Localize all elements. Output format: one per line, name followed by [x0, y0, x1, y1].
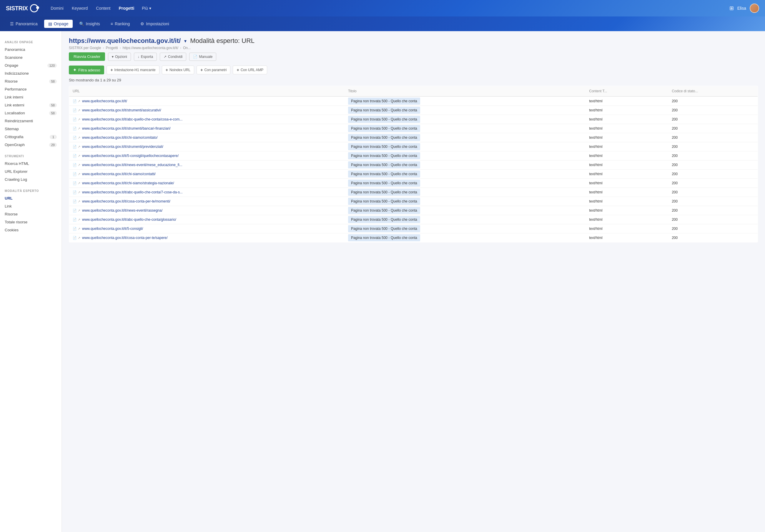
external-link-icon[interactable]: ↗ [78, 209, 80, 212]
share-button[interactable]: ↗ Condividi [160, 53, 186, 61]
filter-parametri[interactable]: + Con parametri [197, 66, 230, 74]
external-link-icon[interactable]: ↗ [78, 181, 80, 185]
col-header-title[interactable]: Titolo [345, 86, 585, 97]
document-icon[interactable]: 📄 [73, 190, 77, 194]
sidebar-item-performance[interactable]: Performance [0, 85, 62, 93]
external-link-icon[interactable]: ↗ [78, 127, 80, 131]
url-text[interactable]: www.quellocheconta.gov.it/it/abc-quello-… [82, 190, 183, 194]
external-link-icon[interactable]: ↗ [78, 136, 80, 139]
tab-onpage[interactable]: ▤ Onpage [44, 20, 73, 28]
sidebar-item-reindirizzamenti[interactable]: Reindirizzamenti [0, 117, 62, 125]
document-icon[interactable]: 📄 [73, 145, 77, 149]
sidebar-item-cookies[interactable]: Cookies [0, 226, 62, 234]
url-text[interactable]: www.quellocheconta.gov.it/it/5-consigli/… [82, 154, 179, 158]
export-button[interactable]: ↓ Esporta [134, 53, 157, 61]
document-icon[interactable]: 📄 [73, 218, 77, 222]
grid-icon[interactable]: ⊞ [729, 5, 734, 11]
url-text[interactable]: www.quellocheconta.gov.it/it/chi-siamo/c… [82, 135, 158, 139]
avatar[interactable] [750, 4, 759, 13]
breadcrumb-url[interactable]: https://www.quellocheconta.gov.it/it/ [123, 46, 178, 50]
url-text[interactable]: www.quellocheconta.gov.it/it/abc-quello-… [82, 117, 183, 122]
document-icon[interactable]: 📄 [73, 236, 77, 240]
sidebar-item-crittografia[interactable]: Crittografia1 [0, 133, 62, 141]
external-link-icon[interactable]: ↗ [78, 227, 80, 231]
col-header-status[interactable]: Codice di stato... [668, 86, 758, 97]
url-text[interactable]: www.quellocheconta.gov.it/it/cosa-conta-… [82, 236, 168, 240]
url-text[interactable]: www.quellocheconta.gov.it/it/strumenti/a… [82, 108, 161, 112]
nav-domini[interactable]: Domini [50, 5, 64, 12]
url-text[interactable]: www.quellocheconta.gov.it/it/strumenti/p… [82, 144, 163, 149]
sidebar-item-opengraph[interactable]: OpenGraph29 [0, 141, 62, 149]
tab-ranking[interactable]: ≡ Ranking [107, 20, 134, 28]
sidebar-item-scansione[interactable]: Scansione [0, 54, 62, 62]
breadcrumb-progetti[interactable]: Progetti [106, 46, 118, 50]
url-text[interactable]: www.quellocheconta.gov.it/it/5-consigli/ [82, 227, 143, 231]
url-text[interactable]: www.quellocheconta.gov.it/it/cosa-conta-… [82, 199, 170, 203]
page-url[interactable]: https://www.quellocheconta.gov.it/it/ [69, 37, 181, 45]
document-icon[interactable]: 📄 [73, 172, 77, 176]
external-link-icon[interactable]: ↗ [78, 172, 80, 176]
document-icon[interactable]: 📄 [73, 154, 77, 158]
filter-active-button[interactable]: ✦ Filtra adesso [69, 66, 104, 74]
external-link-icon[interactable]: ↗ [78, 199, 80, 203]
sidebar-item-url-explorer[interactable]: URL Explorer [0, 167, 62, 175]
sidebar-item-link[interactable]: Link [0, 202, 62, 210]
external-link-icon[interactable]: ↗ [78, 218, 80, 222]
filter-amp[interactable]: + Con URL AMP [233, 66, 267, 74]
dropdown-icon[interactable]: ▾ [184, 38, 187, 44]
filter-h1[interactable]: + Intestazione-H1 mancante [107, 66, 159, 74]
document-icon[interactable]: 📄 [73, 127, 77, 131]
document-icon[interactable]: 📄 [73, 163, 77, 167]
external-link-icon[interactable]: ↗ [78, 236, 80, 240]
sidebar-item-localisation[interactable]: Localisation58 [0, 109, 62, 117]
document-icon[interactable]: 📄 [73, 199, 77, 203]
document-icon[interactable]: 📄 [73, 227, 77, 231]
nav-content[interactable]: Content [95, 5, 111, 12]
document-icon[interactable]: 📄 [73, 109, 77, 112]
tab-panoramica[interactable]: ☰ Panoramica [6, 20, 42, 28]
external-link-icon[interactable]: ↗ [78, 190, 80, 194]
document-icon[interactable]: 📄 [73, 99, 77, 103]
logo[interactable]: SISTRIX [6, 4, 38, 12]
document-icon[interactable]: 📄 [73, 181, 77, 185]
sidebar-item-link-interni[interactable]: Link interni [0, 93, 62, 101]
document-icon[interactable]: 📄 [73, 209, 77, 212]
sidebar-item-crawling-log[interactable]: Crawling Log [0, 175, 62, 183]
external-link-icon[interactable]: ↗ [78, 163, 80, 167]
external-link-icon[interactable]: ↗ [78, 99, 80, 103]
sidebar-item-url[interactable]: URL [0, 194, 62, 202]
col-header-url[interactable]: URL [69, 86, 345, 97]
url-text[interactable]: www.quellocheconta.gov.it/it/news-eventi… [82, 208, 162, 212]
nav-progetti[interactable]: Progetti [118, 5, 135, 12]
url-text[interactable]: www.quellocheconta.gov.it/it/chi-siamo/s… [82, 181, 174, 185]
url-text[interactable]: www.quellocheconta.gov.it/it/abc-quello-… [82, 217, 176, 222]
document-icon[interactable]: 📄 [73, 136, 77, 139]
document-icon[interactable]: 📄 [73, 118, 77, 122]
nav-keyword[interactable]: Keyword [71, 5, 88, 12]
sidebar-item-risorse[interactable]: Risorse58 [0, 77, 62, 85]
filter-noindex[interactable]: + Noindex URL [162, 66, 195, 74]
sidebar-item-totale-risorse[interactable]: Totale risorse [0, 218, 62, 226]
sidebar-item-panoramica[interactable]: Panoramica [0, 46, 62, 54]
sidebar-item-risorse-esperto[interactable]: Risorse [0, 210, 62, 218]
col-header-content[interactable]: Content T... [585, 86, 668, 97]
manual-button[interactable]: 📄 Manuale [189, 53, 216, 61]
sidebar-item-sitemap[interactable]: Sitemap [0, 125, 62, 133]
external-link-icon[interactable]: ↗ [78, 154, 80, 158]
sidebar-item-onpage[interactable]: Onpage120 [0, 62, 62, 69]
external-link-icon[interactable]: ↗ [78, 109, 80, 112]
url-text[interactable]: www.quellocheconta.gov.it/it/chi-siamo/c… [82, 172, 156, 176]
tab-impostazioni[interactable]: ⚙ Impostazioni [136, 20, 173, 28]
external-link-icon[interactable]: ↗ [78, 118, 80, 122]
nav-piu[interactable]: Più ▾ [142, 6, 151, 11]
options-button[interactable]: ▾ Opzioni [108, 53, 131, 61]
url-text[interactable]: www.quellocheconta.gov.it/it/ [82, 99, 127, 103]
crawl-button[interactable]: Riavvia Crawler [69, 52, 105, 61]
url-text[interactable]: www.quellocheconta.gov.it/it/news-eventi… [82, 163, 183, 167]
external-link-icon[interactable]: ↗ [78, 145, 80, 149]
sidebar-item-link-esterni[interactable]: Link esterni58 [0, 101, 62, 109]
tab-insights[interactable]: 🔍 Insights [75, 20, 104, 28]
sidebar-item-indicizzazione[interactable]: Indicizzazione [0, 69, 62, 77]
url-text[interactable]: www.quellocheconta.gov.it/it/strumenti/b… [82, 127, 171, 131]
sidebar-item-ricerca-html[interactable]: Ricerca HTML [0, 159, 62, 167]
